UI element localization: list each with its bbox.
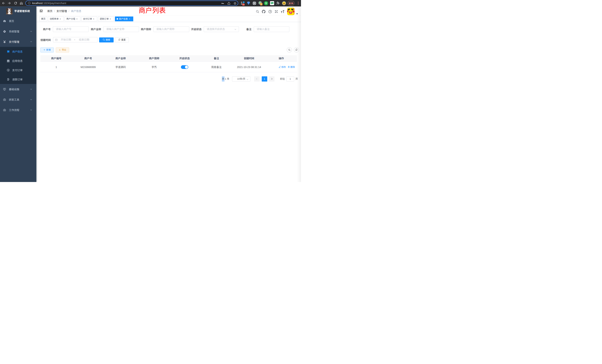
svg-text:1: 1 (261, 3, 262, 5)
svg-text:10: 10 (243, 4, 244, 6)
